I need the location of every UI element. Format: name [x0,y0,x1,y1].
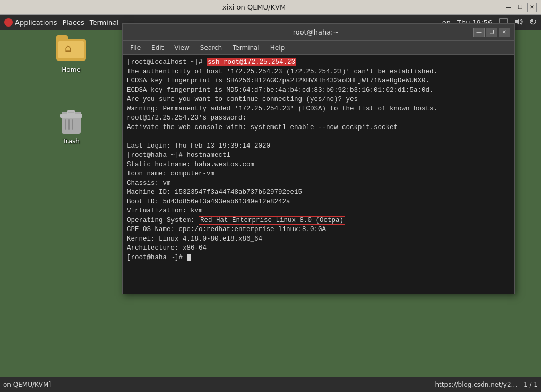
terminal-menubar: File Edit View Search Terminal Help [123,41,514,55]
terminal-machine-id: Machine ID: 15323547f3a44748ab737b629792… [127,188,510,198]
terminal-line2: ECDSA key fingerprint is SHA256:H12AGC7p… [127,76,510,86]
minimize-button[interactable]: — [504,3,513,12]
cursor-block [187,254,191,261]
taskbar-left: on QEMU/KVM] [3,381,51,388]
terminal-boot-id: Boot ID: 5d43d856ef3a493eab61349e12e8242… [127,198,510,207]
term-menu-search[interactable]: Search [196,43,226,53]
terminal-kernel: Kernel: Linux 4.18.0-80.el8.x86_64 [127,235,510,244]
terminal-line5: Warning: Permanently added '172.25.254.2… [127,105,510,114]
terminal-chassis: Chassis: vm [127,179,510,189]
terminal-line10: [root@haha ~]# hostnamectl [127,151,510,160]
home-icon-label: Home [62,66,80,73]
taskbar-url: https://blog.csdn.net/y2... [435,381,518,388]
outer-titlebar: xixi on QEMU/KVM — ❐ ✕ [0,0,541,15]
terminal-virtualization: Virtualization: kvm [127,207,510,216]
taskbar-right-group: https://blog.csdn.net/y2... 1 / 1 [435,381,538,388]
terminal-title: root@haha:~ [159,28,473,36]
svg-marker-14 [515,19,519,25]
terminal-line4: Are you sure you want to continue connec… [127,95,510,105]
terminal-titlebar: root@haha:~ — ❐ ✕ [123,24,514,41]
power-icon[interactable] [529,18,537,28]
terminal-icon-name: Icon name: computer-vm [127,169,510,179]
applications-menu[interactable]: Applications [4,18,57,27]
terminal-line6: root@172.25.254.23's password: [127,114,510,123]
ssh-command: ssh root@172.25.254.23 [207,58,296,66]
terminal-cpe: CPE OS Name: cpe:/o:redhat:enterprise_li… [127,225,510,235]
term-menu-file[interactable]: File [126,43,145,53]
trash-icon [54,103,88,137]
term-menu-terminal[interactable]: Terminal [228,43,264,53]
maximize-button[interactable]: ❐ [516,3,525,12]
system-bar-left: Applications Places Terminal [4,18,119,27]
term-menu-view[interactable]: View [170,43,193,53]
outer-window-title: xixi on QEMU/KVM [4,3,504,11]
term-menu-help[interactable]: Help [266,43,289,53]
terminal-os: Operating System: Red Hat Enterprise Lin… [127,216,510,226]
outer-window-controls: — ❐ ✕ [504,3,537,12]
terminal-close-button[interactable]: ✕ [499,28,510,37]
svg-rect-10 [499,19,508,24]
home-folder-icon: ⌂ [54,31,88,65]
terminal-prompt2: [root@haha ~]# [127,253,510,263]
terminal-line-prompt1: [root@localhost ~]# ssh root@172.25.254.… [127,58,510,67]
applications-label: Applications [15,19,57,27]
terminal-arch: Architecture: x86-64 [127,244,510,253]
bottom-taskbar: on QEMU/KVM] https://blog.csdn.net/y2...… [0,377,541,392]
terminal-line7: Activate the web console with: systemctl… [127,123,510,133]
terminal-window: root@haha:~ — ❐ ✕ File Edit View Search … [122,23,515,294]
terminal-body[interactable]: [root@localhost ~]# ssh root@172.25.254.… [123,55,514,294]
desktop-icon-trash[interactable]: Trash [50,103,92,145]
close-button[interactable]: ✕ [527,3,537,12]
trash-icon-label: Trash [63,138,80,145]
desktop: Applications Places Terminal en Thu 19:5… [0,15,541,392]
desktop-icon-home[interactable]: ⌂ Home [50,31,92,73]
terminal-line8 [127,132,510,142]
os-value-outlined: Red Hat Enterprise Linux 8.0 (Ootpa) [199,216,345,225]
terminal-window-controls: — ❐ ✕ [473,28,510,37]
taskbar-page: 1 / 1 [523,381,538,388]
terminal-line9: Last login: Thu Feb 13 19:39:14 2020 [127,142,510,151]
terminal-static-hostname: Static hostname: haha.westos.com [127,160,510,170]
volume-icon[interactable] [514,18,523,28]
app-icon [4,18,13,27]
terminal-maximize-button[interactable]: ❐ [486,28,497,37]
terminal-minimize-button[interactable]: — [473,28,485,37]
terminal-line1: The authenticity of host '172.25.254.23 … [127,67,510,77]
term-menu-edit[interactable]: Edit [147,43,168,53]
places-label[interactable]: Places [62,19,84,27]
terminal-label[interactable]: Terminal [90,19,119,27]
terminal-line3: ECDSA key fingerprint is MD5:64:d7:be:4a… [127,86,510,96]
